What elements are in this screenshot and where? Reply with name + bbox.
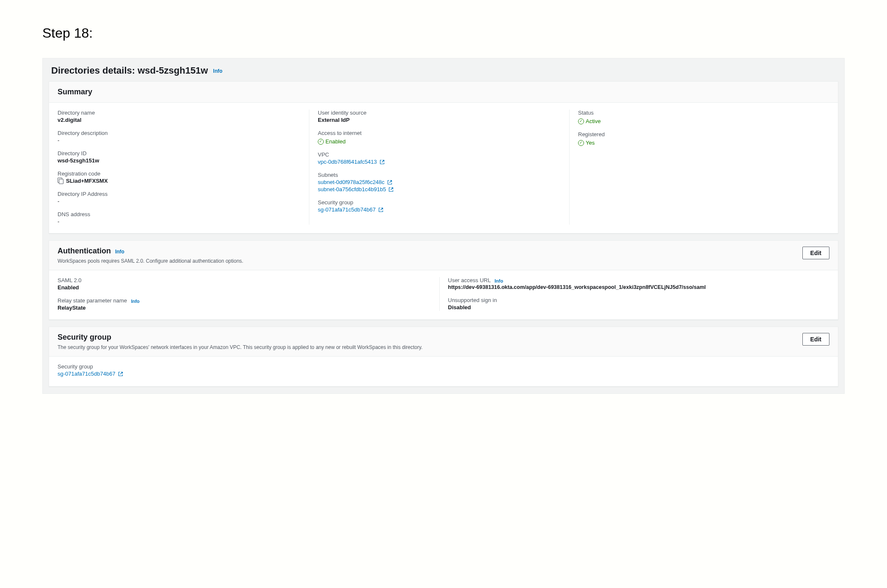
unsupported-sign-in-label: Unsupported sign in bbox=[448, 297, 821, 303]
security-group-title: Security group bbox=[58, 333, 111, 341]
summary-col-2: User identity source External IdP Access… bbox=[309, 110, 569, 225]
registration-code-label: Registration code bbox=[58, 170, 300, 177]
summary-col-1: Directory name v2.digital Directory desc… bbox=[58, 110, 309, 225]
access-to-internet-label: Access to internet bbox=[318, 130, 561, 136]
info-link-page[interactable]: Info bbox=[213, 68, 223, 74]
directory-name-label: Directory name bbox=[58, 110, 300, 116]
relay-state-label: Relay state parameter name Info bbox=[58, 297, 431, 304]
authentication-title: Authentication bbox=[58, 247, 111, 255]
step-label: Step 18: bbox=[42, 25, 845, 41]
saml-label: SAML 2.0 bbox=[58, 277, 431, 283]
security-group-subtitle: The security group for your WorkSpaces' … bbox=[58, 344, 802, 350]
user-identity-source-label: User identity source bbox=[318, 110, 561, 116]
security-group-header: Security group The security group for yo… bbox=[49, 327, 838, 357]
registration-code-value: SLiad+MFXSMX bbox=[58, 178, 300, 184]
directory-description-label: Directory description bbox=[58, 130, 300, 136]
authentication-subtitle: WorkSpaces pools requires SAML 2.0. Conf… bbox=[58, 258, 802, 264]
dns-address-label: DNS address bbox=[58, 211, 300, 217]
info-link-user-access-url[interactable]: Info bbox=[495, 278, 503, 283]
check-circle-icon: ✓ bbox=[578, 140, 584, 146]
access-to-internet-text: Enabled bbox=[325, 138, 346, 145]
unsupported-sign-in-value: Disabled bbox=[448, 304, 821, 310]
directory-description-value: - bbox=[58, 137, 300, 143]
edit-authentication-button[interactable]: Edit bbox=[802, 247, 829, 259]
registered-label: Registered bbox=[578, 131, 821, 137]
status-label: Status bbox=[578, 110, 821, 116]
registered-text: Yes bbox=[586, 140, 595, 146]
info-link-relay-state[interactable]: Info bbox=[131, 299, 140, 304]
directory-id-label: Directory ID bbox=[58, 150, 300, 157]
user-identity-source-value: External IdP bbox=[318, 117, 561, 123]
saml-value: Enabled bbox=[58, 284, 431, 291]
dns-address-value: - bbox=[58, 218, 300, 225]
directory-id-value: wsd-5zsgh151w bbox=[58, 157, 300, 164]
user-access-url-label-text: User access URL bbox=[448, 277, 491, 283]
external-link-icon bbox=[118, 371, 123, 376]
console-container: Directories details: wsd-5zsgh151w Info … bbox=[42, 58, 845, 394]
registered-value: ✓ Yes bbox=[578, 140, 595, 146]
status-text: Active bbox=[586, 118, 601, 124]
edit-security-group-button[interactable]: Edit bbox=[802, 333, 829, 346]
info-link-authentication[interactable]: Info bbox=[115, 249, 124, 255]
security-group-body: Security group sg-071afa71c5db74b67 bbox=[49, 357, 838, 386]
security-group-field-label: Security group bbox=[58, 363, 829, 370]
directory-name-value: v2.digital bbox=[58, 117, 300, 123]
summary-title: Summary bbox=[58, 88, 92, 96]
directory-ip-value: - bbox=[58, 198, 300, 204]
subnet-link-0[interactable]: subnet-0d0f978a25f6c248c bbox=[318, 179, 385, 185]
summary-header: Summary bbox=[49, 82, 838, 103]
security-group-label: Security group bbox=[318, 199, 561, 206]
copy-icon[interactable] bbox=[58, 178, 63, 184]
page-title-row: Directories details: wsd-5zsgh151w Info bbox=[43, 58, 844, 81]
status-value: ✓ Active bbox=[578, 118, 601, 124]
summary-col-3: Status ✓ Active Registered ✓ Yes bbox=[569, 110, 829, 225]
summary-panel: Summary Directory name v2.digital Direct… bbox=[49, 81, 838, 234]
authentication-col-1: SAML 2.0 Enabled Relay state parameter n… bbox=[58, 277, 439, 311]
page-title: Directories details: wsd-5zsgh151w bbox=[51, 65, 208, 76]
subnets-label: Subnets bbox=[318, 172, 561, 178]
security-group-panel: Security group The security group for yo… bbox=[49, 327, 838, 387]
authentication-body: SAML 2.0 Enabled Relay state parameter n… bbox=[49, 270, 838, 319]
authentication-panel: Authentication Info WorkSpaces pools req… bbox=[49, 240, 838, 320]
authentication-col-2: User access URL Info https://dev-6938131… bbox=[439, 277, 830, 311]
user-access-url-value: https://dev-69381316.okta.com/app/dev-69… bbox=[448, 284, 821, 290]
check-circle-icon: ✓ bbox=[318, 139, 324, 145]
external-link-icon bbox=[387, 180, 392, 185]
external-link-icon bbox=[378, 207, 383, 212]
external-link-icon bbox=[388, 187, 394, 192]
external-link-icon bbox=[380, 159, 385, 165]
directory-ip-label: Directory IP Address bbox=[58, 191, 300, 197]
authentication-header: Authentication Info WorkSpaces pools req… bbox=[49, 241, 838, 270]
access-to-internet-value: ✓ Enabled bbox=[318, 138, 346, 145]
subnet-link-1[interactable]: subnet-0a756cfdb1c4b91b5 bbox=[318, 186, 386, 192]
relay-state-value: RelayState bbox=[58, 305, 431, 311]
registration-code-text: SLiad+MFXSMX bbox=[66, 178, 108, 184]
vpc-link[interactable]: vpc-0db768f641afc5413 bbox=[318, 159, 377, 165]
security-group-field-link[interactable]: sg-071afa71c5db74b67 bbox=[58, 371, 116, 377]
security-group-link[interactable]: sg-071afa71c5db74b67 bbox=[318, 206, 376, 213]
vpc-label: VPC bbox=[318, 151, 561, 158]
relay-state-label-text: Relay state parameter name bbox=[58, 297, 127, 304]
summary-body: Directory name v2.digital Directory desc… bbox=[49, 103, 838, 233]
user-access-url-label: User access URL Info bbox=[448, 277, 821, 283]
check-circle-icon: ✓ bbox=[578, 118, 584, 124]
